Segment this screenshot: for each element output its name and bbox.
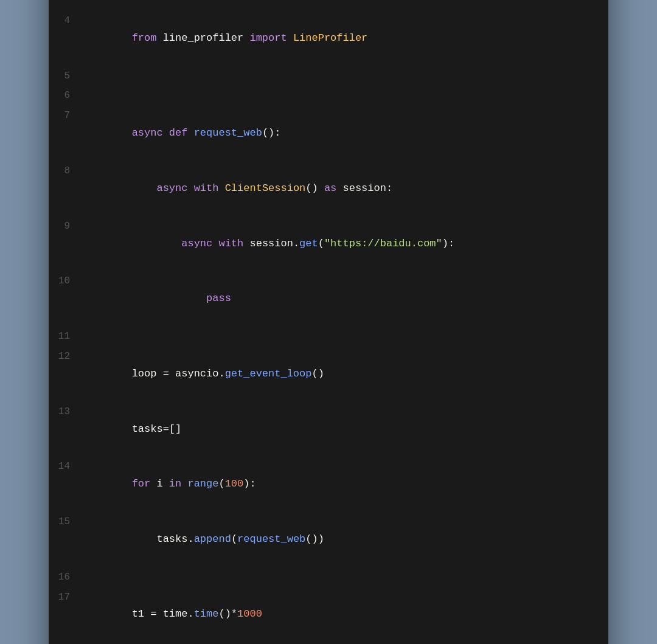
code-text: () bbox=[311, 368, 324, 379]
code-line-16: 16 bbox=[49, 567, 608, 587]
code-text: ( bbox=[231, 533, 237, 545]
code-text bbox=[132, 238, 182, 249]
function-name: get_event_loop bbox=[225, 368, 312, 379]
code-text: ()* bbox=[218, 608, 237, 620]
line-content bbox=[82, 328, 608, 345]
keyword: pass bbox=[206, 293, 231, 304]
function-name: get bbox=[299, 238, 318, 249]
keyword: with bbox=[218, 238, 249, 249]
number-value: 1000 bbox=[237, 608, 262, 620]
code-text: i bbox=[156, 478, 169, 490]
code-text: session. bbox=[249, 238, 299, 249]
line-content: t1 = time.time()*1000 bbox=[82, 589, 608, 642]
line-number: 15 bbox=[49, 514, 82, 530]
line-content bbox=[82, 68, 608, 85]
keyword: with bbox=[194, 182, 225, 194]
line-number: 12 bbox=[49, 348, 82, 365]
line-content: async def request_web(): bbox=[82, 107, 608, 160]
code-text bbox=[132, 293, 206, 304]
code-line-3: 3 from aiohttp import ClientSession bbox=[49, 0, 608, 11]
line-content bbox=[82, 569, 608, 586]
keyword: in bbox=[169, 478, 188, 490]
code-text: ( bbox=[218, 478, 224, 490]
keyword: for bbox=[132, 478, 157, 490]
keyword: async bbox=[132, 127, 169, 139]
code-line-8: 8 async with ClientSession() as session: bbox=[49, 161, 608, 216]
code-line-6: 6 bbox=[49, 86, 608, 106]
code-line-9: 9 async with session.get("https://baidu.… bbox=[49, 216, 608, 272]
function-name: request_web bbox=[237, 533, 305, 545]
line-content: for i in range(100): bbox=[82, 458, 608, 511]
line-content: tasks.append(request_web()) bbox=[82, 513, 608, 566]
line-number: 13 bbox=[49, 404, 82, 420]
code-line-10: 10 pass bbox=[49, 271, 608, 327]
line-number: 6 bbox=[49, 88, 82, 104]
line-number: 5 bbox=[49, 68, 82, 85]
line-content: async with session.get("https://baidu.co… bbox=[82, 218, 608, 271]
code-line-4: 4 from line_profiler import LineProfiler bbox=[49, 11, 608, 66]
line-content: tasks=[] bbox=[82, 403, 608, 456]
code-area: 1 import asyncio 2 import time 3 from ai… bbox=[49, 0, 608, 644]
keyword: def bbox=[169, 127, 194, 139]
function-name: append bbox=[194, 533, 231, 545]
line-number: 11 bbox=[49, 328, 82, 345]
code-text: ( bbox=[318, 238, 324, 249]
line-number: 4 bbox=[49, 13, 82, 29]
line-number: 16 bbox=[49, 569, 82, 586]
code-line-15: 15 tasks.append(request_web()) bbox=[49, 512, 608, 567]
line-content: pass bbox=[82, 272, 608, 325]
code-text: ): bbox=[243, 478, 255, 490]
line-number: 8 bbox=[49, 163, 82, 179]
code-line-11: 11 bbox=[49, 327, 608, 347]
line-content: async with ClientSession() as session: bbox=[82, 162, 608, 215]
function-name: time bbox=[194, 608, 219, 620]
code-line-14: 14 for i in range(100): bbox=[49, 457, 608, 512]
code-line-13: 13 tasks=[] bbox=[49, 402, 608, 457]
line-content: from aiohttp import ClientSession bbox=[82, 0, 608, 10]
code-text: ): bbox=[442, 238, 454, 249]
line-number: 7 bbox=[49, 108, 82, 124]
code-text: loop = asyncio. bbox=[132, 368, 225, 379]
keyword: async bbox=[156, 182, 193, 194]
function-name: range bbox=[187, 478, 218, 490]
code-line-12: 12 loop = asyncio.get_event_loop() bbox=[49, 347, 608, 402]
line-number: 17 bbox=[49, 589, 82, 606]
string-value: "https://baidu.com" bbox=[324, 238, 442, 249]
code-text bbox=[132, 182, 157, 194]
code-text: line_profiler bbox=[163, 32, 250, 44]
code-window: 1 import asyncio 2 import time 3 from ai… bbox=[49, 0, 608, 644]
class-name: ClientSession bbox=[225, 182, 306, 194]
code-text: session: bbox=[343, 182, 393, 194]
function-name: request_web bbox=[194, 127, 262, 139]
line-number: 14 bbox=[49, 459, 82, 475]
line-number: 10 bbox=[49, 273, 82, 289]
line-number: 9 bbox=[49, 218, 82, 235]
number-value: 100 bbox=[225, 478, 244, 490]
line-content: loop = asyncio.get_event_loop() bbox=[82, 348, 608, 401]
code-text: tasks. bbox=[132, 533, 194, 545]
keyword: async bbox=[181, 238, 218, 249]
code-text: () bbox=[305, 182, 324, 194]
keyword: import bbox=[249, 32, 293, 44]
line-content bbox=[82, 87, 608, 105]
code-text: tasks=[] bbox=[132, 423, 182, 435]
code-text: t1 = time. bbox=[132, 608, 194, 620]
keyword: from bbox=[132, 32, 163, 44]
code-text: (): bbox=[262, 127, 281, 139]
line-content: from line_profiler import LineProfiler bbox=[82, 12, 608, 65]
code-text: ()) bbox=[305, 533, 324, 545]
keyword: as bbox=[324, 182, 343, 194]
code-line-5: 5 bbox=[49, 66, 608, 86]
code-line-7: 7 async def request_web(): bbox=[49, 106, 608, 161]
code-line-17: 17 t1 = time.time()*1000 bbox=[49, 587, 608, 643]
class-name: LineProfiler bbox=[293, 32, 367, 44]
